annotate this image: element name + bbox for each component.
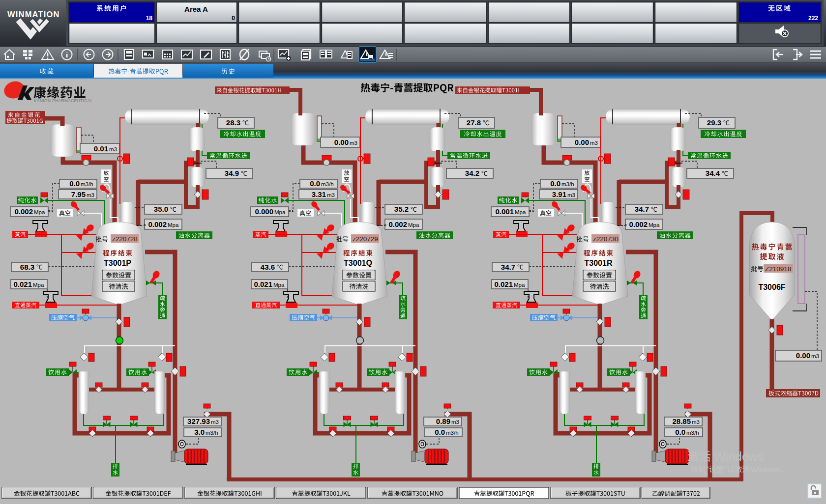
svg-text:Mpa: Mpa [33, 282, 44, 288]
svg-text:0.0: 0.0 [550, 179, 560, 188]
svg-text:m3/h: m3/h [686, 430, 699, 436]
svg-text:m3: m3 [590, 140, 598, 146]
svg-text:Windows: Windows [751, 465, 781, 474]
svg-text:35.0: 35.0 [154, 205, 168, 213]
svg-text:m3: m3 [811, 353, 819, 359]
svg-text:0.021: 0.021 [254, 280, 272, 288]
svg-text:0.002: 0.002 [14, 207, 33, 216]
svg-text:Windows: Windows [714, 449, 764, 463]
svg-text:35.2: 35.2 [394, 205, 409, 213]
svg-text:34.4: 34.4 [706, 169, 720, 177]
svg-text:m3/h: m3/h [446, 430, 459, 436]
svg-text:34.7: 34.7 [635, 205, 649, 213]
svg-text:0.01: 0.01 [94, 144, 108, 153]
svg-text:28.3: 28.3 [226, 118, 240, 127]
svg-text:Mpa: Mpa [515, 209, 526, 215]
svg-text:m3/h: m3/h [561, 181, 574, 187]
svg-text:z220728: z220728 [112, 235, 138, 243]
svg-text:34.2: 34.2 [465, 169, 479, 177]
svg-text:0.0: 0.0 [435, 428, 445, 436]
svg-text:Mpa: Mpa [274, 209, 286, 215]
svg-text:Mpa: Mpa [408, 222, 419, 228]
svg-text:T3006F: T3006F [758, 283, 785, 291]
svg-text:222: 222 [808, 15, 818, 22]
svg-text:KANION PHARMACEUTICAL: KANION PHARMACEUTICAL [34, 99, 93, 103]
svg-text:T3001R: T3001R [585, 259, 613, 267]
svg-text:3.91: 3.91 [552, 190, 566, 198]
svg-text:0.0: 0.0 [675, 428, 685, 436]
svg-text:0.89: 0.89 [436, 417, 450, 425]
svg-text:z220729: z220729 [353, 235, 378, 243]
svg-text:18: 18 [146, 15, 153, 22]
svg-text:0.021: 0.021 [13, 280, 32, 288]
svg-text:34.7: 34.7 [501, 263, 515, 271]
svg-text:m3/h: m3/h [321, 181, 334, 187]
svg-text:34.9: 34.9 [225, 169, 239, 177]
svg-text:m3: m3 [211, 419, 219, 425]
svg-text:m3: m3 [692, 419, 700, 425]
svg-text:m3: m3 [327, 192, 335, 198]
svg-text:0.00: 0.00 [796, 351, 810, 360]
svg-text:m3/h: m3/h [206, 430, 218, 436]
svg-text:Z210918: Z210918 [765, 265, 791, 273]
svg-text:0: 0 [232, 15, 235, 22]
svg-text:T3001Q: T3001Q [344, 259, 372, 267]
svg-text:Mpa: Mpa [168, 222, 179, 228]
svg-text:m3: m3 [87, 192, 94, 198]
svg-text:m3: m3 [350, 140, 357, 146]
svg-text:m3: m3 [451, 419, 459, 425]
svg-text:0.021: 0.021 [494, 280, 513, 288]
svg-text:WINMATION: WINMATION [7, 10, 60, 19]
svg-text:0.0: 0.0 [310, 179, 320, 188]
svg-text:0.000: 0.000 [255, 207, 273, 216]
svg-text:m3: m3 [109, 146, 117, 152]
svg-text:m3: m3 [567, 192, 575, 198]
svg-text:T3001P: T3001P [104, 259, 131, 267]
svg-text:28.85: 28.85 [672, 417, 691, 425]
svg-text:68.3: 68.3 [20, 263, 34, 271]
svg-text:27.8: 27.8 [467, 118, 481, 127]
svg-text:3.0: 3.0 [194, 428, 205, 436]
svg-text:m3/h: m3/h [81, 181, 93, 187]
svg-text:327.93: 327.93 [187, 417, 210, 425]
svg-text:Mpa: Mpa [514, 282, 525, 288]
svg-text:29.3: 29.3 [707, 118, 721, 127]
svg-text:z220730: z220730 [593, 235, 619, 243]
svg-text:Area A: Area A [184, 5, 208, 13]
svg-text:0.00: 0.00 [575, 138, 589, 146]
svg-text:Mpa: Mpa [649, 222, 660, 228]
svg-text:0.001: 0.001 [495, 207, 514, 216]
svg-text:7.95: 7.95 [71, 190, 86, 198]
svg-text:Mpa: Mpa [34, 209, 45, 215]
svg-text:3.31: 3.31 [312, 190, 326, 198]
svg-text:- 0.002: - 0.002 [384, 220, 407, 228]
svg-text:43.6: 43.6 [261, 263, 275, 271]
svg-text:Mpa: Mpa [273, 282, 285, 288]
svg-text:- 0.002: - 0.002 [624, 220, 648, 228]
svg-text:- 0.002: - 0.002 [144, 220, 167, 228]
svg-text:0.0: 0.0 [69, 179, 80, 188]
svg-text:0.00: 0.00 [334, 138, 349, 146]
